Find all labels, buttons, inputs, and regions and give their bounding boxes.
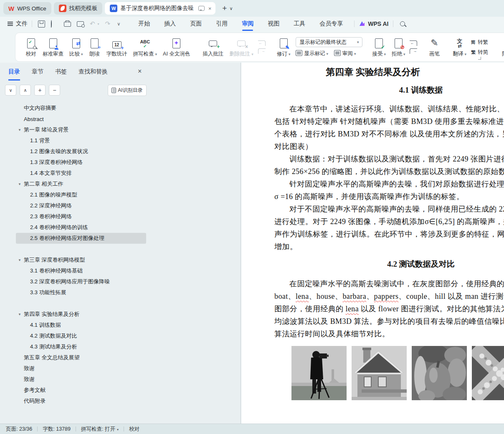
collapse-arrow-icon[interactable]: ▼: [18, 128, 24, 132]
standard-review-button[interactable]: 标准审查: [40, 36, 66, 58]
toc-item[interactable]: 4.3 测试结果及分析: [16, 341, 146, 352]
toc-item[interactable]: 致谢: [16, 363, 146, 374]
read-aloud-button[interactable]: » 朗读: [86, 36, 104, 58]
collapse-up-button[interactable]: ∧: [20, 85, 31, 96]
toc-item[interactable]: ▼第二章 相关工作: [16, 179, 146, 189]
close-tab-icon[interactable]: ×: [208, 5, 213, 12]
reject-button[interactable]: ⊘ 拒绝▾: [389, 36, 408, 58]
save-icon[interactable]: [38, 20, 45, 28]
translate-button[interactable]: 文⇄ 翻译▾: [450, 36, 469, 58]
proofread-button[interactable]: ✓ 校对: [22, 36, 40, 58]
search-icon[interactable]: [400, 21, 405, 26]
menu-view[interactable]: 视图: [267, 18, 280, 30]
menu-home[interactable]: 开始: [137, 18, 151, 30]
track-changes-button[interactable]: ✎ 修订▾: [274, 36, 294, 58]
ribbon-expand-icon[interactable]: [478, 57, 481, 60]
ai-recognize-toc-button[interactable]: AI识别目录: [108, 85, 147, 96]
toc-item[interactable]: 4.1 训练数据: [16, 320, 146, 331]
tab-contents[interactable]: 目录: [8, 68, 20, 81]
restrict-edit-button[interactable]: 限制编辑: [499, 36, 504, 58]
menu-review[interactable]: 审阅: [241, 18, 254, 30]
close-sidebar-icon[interactable]: ×: [138, 68, 142, 75]
compare-button[interactable]: ⇄ 比较▾: [66, 36, 86, 58]
markup-state-select[interactable]: 显示标记的最终状态 ▾: [296, 37, 362, 47]
menu-reference[interactable]: 引用: [215, 18, 228, 30]
toc-item[interactable]: 2.3 卷积神经网络: [16, 211, 146, 222]
toc-item[interactable]: 2.2 深度神经网络: [16, 200, 146, 211]
previous-change-icon[interactable]: ←: [410, 40, 417, 46]
document-page[interactable]: 第四章 实验结果及分析 4.1 训练数据 在本章节中，讲述运行环境、训练数据、训…: [241, 63, 504, 424]
test-image-peppers[interactable]: [412, 346, 467, 400]
print-preview-icon[interactable]: [77, 21, 84, 27]
tab-bookmarks[interactable]: 书签: [55, 68, 67, 79]
toc-item[interactable]: 1.1 背景: [16, 135, 146, 146]
brush-button[interactable]: ✎ 画笔: [425, 36, 443, 58]
new-tab-button[interactable]: +: [222, 4, 227, 13]
file-menu-button[interactable]: 文件: [8, 20, 28, 28]
print-icon[interactable]: [64, 22, 71, 27]
to-simplified-button[interactable]: 繁转简: [471, 49, 488, 56]
collapse-all-button[interactable]: −: [49, 85, 60, 96]
review-pane-button[interactable]: 审阅▾: [334, 50, 356, 57]
word-count-button[interactable]: 12+ 字数统计: [104, 36, 130, 58]
tab-list-chevron-icon[interactable]: ∨: [229, 6, 233, 11]
page-indicator[interactable]: 页面: 23/36: [6, 426, 32, 433]
to-traditional-button[interactable]: 简转繁: [471, 39, 488, 46]
wps-ai-button[interactable]: WPS AI: [359, 20, 388, 27]
test-image-house[interactable]: [352, 346, 407, 400]
toc-item[interactable]: ▼第四章 实验结果及分析: [16, 309, 146, 320]
redo-icon[interactable]: ↷: [105, 20, 111, 28]
toc-item[interactable]: 第五章 全文总结及展望: [16, 352, 146, 363]
toc-item[interactable]: 中文内容摘要: [16, 103, 146, 114]
delete-comment-button[interactable]: × 删除批注▾: [226, 36, 256, 58]
ai-polish-button[interactable]: ✦ AI 全文润色: [160, 36, 193, 58]
toc-item[interactable]: 3.2 深度卷积网络应用于图像降噪: [16, 276, 146, 287]
menu-insert[interactable]: 插入: [163, 18, 177, 30]
expand-all-button[interactable]: +: [34, 85, 46, 96]
toc-item[interactable]: ▼第一章 绪论及背景: [16, 124, 146, 135]
toc-item[interactable]: 3.1 卷积神经网络基础: [16, 265, 146, 276]
toc-item[interactable]: 参考文献: [16, 385, 146, 396]
tab-docer-templates[interactable]: 找稻壳模板: [54, 2, 103, 15]
proofread-shortcut[interactable]: 校对: [129, 426, 139, 433]
export-icon[interactable]: [51, 20, 52, 28]
next-comment-icon[interactable]: →: [258, 48, 266, 54]
toc-item-selected[interactable]: 2.5 卷积神经网络应对图像处理: [16, 233, 146, 244]
collapse-arrow-icon[interactable]: ▼: [18, 258, 24, 262]
tab-document-active[interactable]: W 基于深度卷积网络的图像去噪 ×: [105, 2, 215, 15]
word-count-indicator[interactable]: 字数: 13789: [43, 426, 71, 433]
undo-icon[interactable]: ↶: [90, 20, 95, 28]
toc-item[interactable]: 3.3 功能性拓展: [16, 287, 146, 298]
test-image-starfish[interactable]: [472, 346, 504, 400]
tab-find-replace[interactable]: 查找和替换: [79, 68, 108, 79]
more-tools-chevron-icon[interactable]: ∨: [117, 21, 120, 27]
toc-item[interactable]: Abstract: [16, 114, 146, 124]
next-change-icon[interactable]: →: [410, 48, 417, 54]
tab-wps-office[interactable]: W WPS Office: [3, 2, 51, 15]
previous-comment-icon[interactable]: ←: [258, 40, 266, 46]
spell-check-button[interactable]: ABC✓ 拼写检查▾: [130, 36, 160, 58]
toc-item[interactable]: 2.1 图像的噪声模型: [16, 189, 146, 200]
comment-bubble-icon[interactable]: [198, 6, 205, 11]
toc-item[interactable]: 1.3 深度卷积神经网络: [16, 157, 146, 168]
undo-dropdown-icon[interactable]: ▾: [98, 22, 99, 26]
insert-comment-button[interactable]: + 插入批注: [200, 36, 226, 58]
toc-item[interactable]: ▼第三章 深度卷积网络模型: [16, 255, 146, 265]
collapse-arrow-icon[interactable]: ▼: [18, 182, 24, 186]
toc-item[interactable]: 1.4 本文章节安排: [16, 168, 146, 179]
toc-item[interactable]: 2.4 卷积神经网络的训练: [16, 222, 146, 233]
toc-item[interactable]: 致谢: [16, 374, 146, 385]
menu-tools[interactable]: 工具: [293, 18, 306, 30]
toc-item[interactable]: 4.2 测试数据及对比: [16, 331, 146, 341]
spell-check-toggle[interactable]: 拼写检查: 打开▾: [81, 426, 119, 433]
show-markup-button[interactable]: 显示标记▾: [296, 50, 328, 57]
menu-member[interactable]: 会员专享: [319, 18, 344, 30]
accept-button[interactable]: ✓ 接受▾: [369, 36, 389, 58]
toc-item[interactable]: 代码附录: [16, 396, 146, 406]
tab-chapters[interactable]: 章节: [32, 68, 43, 79]
toc-item[interactable]: 1.2 图像去噪的发展状况: [16, 146, 146, 157]
test-image-cameraman[interactable]: [291, 346, 347, 400]
collapse-arrow-icon[interactable]: ▼: [18, 313, 24, 316]
expand-down-button[interactable]: ∨: [5, 85, 16, 96]
menu-page[interactable]: 页面: [189, 18, 203, 30]
